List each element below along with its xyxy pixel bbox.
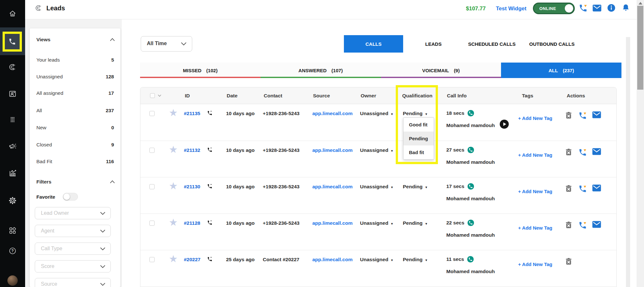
user-avatar[interactable] xyxy=(7,275,18,286)
owner-dropdown[interactable]: Unassigned▾ xyxy=(360,257,393,262)
contacts-icon[interactable] xyxy=(8,90,17,98)
contact-number[interactable]: Contact #20227 xyxy=(263,257,299,262)
filter-dropdown-agent[interactable]: Agent xyxy=(35,225,111,237)
tab-calls[interactable]: CALLS xyxy=(344,35,403,53)
row-checkbox[interactable] xyxy=(149,184,155,189)
views-section-title[interactable]: Views xyxy=(36,37,51,43)
tab-outbound-calls[interactable]: OUTBOUND CALLS xyxy=(525,35,579,53)
analytics-icon[interactable] xyxy=(8,169,17,177)
sidebar-view-all-assigned[interactable]: All assigned 17 xyxy=(30,88,120,98)
chevron-down-icon[interactable] xyxy=(158,94,161,97)
account-balance[interactable]: $107.77 xyxy=(466,5,486,12)
dialpad-icon[interactable] xyxy=(8,116,17,124)
col-id[interactable]: ID xyxy=(185,93,190,99)
qualification-dropdown[interactable]: Pending▾ xyxy=(403,184,427,190)
call-back-icon[interactable] xyxy=(578,221,587,229)
scrollbar-thumb[interactable] xyxy=(637,6,643,90)
sidebar-view-all[interactable]: All 237 xyxy=(30,106,120,115)
magnet-leads-icon[interactable] xyxy=(8,63,17,71)
online-status-toggle[interactable]: ONLINE xyxy=(533,3,575,14)
add-new-tag-link[interactable]: + Add New Tag xyxy=(518,262,552,267)
favorite-toggle[interactable] xyxy=(63,193,78,201)
sidebar-view-unassigned[interactable]: Unassigned 128 xyxy=(30,72,120,82)
megaphone-icon[interactable] xyxy=(8,142,17,150)
filters-collapse-chevron-up-icon[interactable] xyxy=(110,180,115,183)
col-actions[interactable]: Actions xyxy=(567,93,585,99)
filter-dropdown-score[interactable]: Score xyxy=(35,260,111,272)
delete-icon[interactable] xyxy=(564,148,573,156)
qualification-option-bad-fit[interactable]: Bad fit xyxy=(403,145,434,159)
source-link[interactable]: app.limecall.com xyxy=(312,147,353,153)
apps-icon[interactable] xyxy=(8,226,17,235)
delete-icon[interactable] xyxy=(564,111,573,120)
delete-icon[interactable] xyxy=(564,221,573,229)
filters-section-title[interactable]: Filters xyxy=(36,179,52,185)
call-icon[interactable] xyxy=(579,4,588,13)
call-back-icon[interactable] xyxy=(578,111,587,120)
send-email-icon[interactable] xyxy=(592,111,601,120)
source-link[interactable]: app.limecall.com xyxy=(312,184,353,190)
favorite-star-icon[interactable]: ★ xyxy=(169,145,177,154)
test-widget-link[interactable]: Test Widget xyxy=(496,5,526,12)
col-qualification[interactable]: Qualification xyxy=(402,93,432,99)
home-icon[interactable] xyxy=(8,9,17,18)
tab-leads[interactable]: LEADS xyxy=(414,35,453,53)
call-back-icon[interactable] xyxy=(578,184,587,193)
send-email-icon[interactable] xyxy=(592,148,601,156)
filter-dropdown-call-type[interactable]: Call Type xyxy=(35,242,111,255)
row-checkbox[interactable] xyxy=(149,257,155,262)
subtab-answered[interactable]: ANSWERED (107) xyxy=(260,63,381,78)
settings-gear-icon[interactable] xyxy=(8,196,17,205)
add-new-tag-link[interactable]: + Add New Tag xyxy=(518,115,552,121)
favorite-star-icon[interactable]: ★ xyxy=(169,181,177,191)
filter-dropdown-source[interactable]: Source xyxy=(35,278,111,287)
owner-dropdown[interactable]: Unassigned▾ xyxy=(360,111,393,116)
filter-dropdown-lead-owner[interactable]: Lead Owner xyxy=(35,207,111,219)
row-checkbox[interactable] xyxy=(149,148,155,153)
add-new-tag-link[interactable]: + Add New Tag xyxy=(518,189,552,194)
scroll-up-arrow-icon[interactable] xyxy=(639,2,642,5)
row-checkbox[interactable] xyxy=(149,111,155,116)
owner-dropdown[interactable]: Unassigned▾ xyxy=(360,220,393,226)
col-source[interactable]: Source xyxy=(313,93,330,99)
source-link[interactable]: app.limecall.com xyxy=(312,111,353,116)
contact-number[interactable]: +1928-236-5243 xyxy=(263,147,299,153)
subtab-missed[interactable]: MISSED (102) xyxy=(140,63,260,78)
qualification-dropdown[interactable]: Pending▾ xyxy=(403,257,427,262)
subtab-all[interactable]: ALL (237) xyxy=(501,63,621,78)
add-new-tag-link[interactable]: + Add New Tag xyxy=(518,225,552,231)
tab-scheduled-calls[interactable]: SCHEDULED CALLS xyxy=(464,35,520,53)
qualification-dropdown[interactable]: Pending▾ xyxy=(403,220,427,226)
qualification-dropdown[interactable]: Pending▾ xyxy=(403,111,427,116)
favorite-star-icon[interactable]: ★ xyxy=(169,254,177,264)
calls-nav-phone-icon[interactable] xyxy=(8,38,16,45)
views-collapse-chevron-up-icon[interactable] xyxy=(110,38,115,41)
lead-id-link[interactable]: #21135 xyxy=(184,111,200,116)
owner-dropdown[interactable]: Unassigned▾ xyxy=(360,147,393,153)
mail-icon[interactable] xyxy=(592,5,601,14)
sidebar-view-closed[interactable]: Closed 9 xyxy=(30,140,120,150)
send-email-icon[interactable] xyxy=(592,221,601,229)
col-contact[interactable]: Contact xyxy=(264,93,282,99)
lead-id-link[interactable]: #20227 xyxy=(184,257,201,262)
lead-id-link[interactable]: #21128 xyxy=(184,220,200,226)
col-tags[interactable]: Tags xyxy=(522,93,533,99)
lead-id-link[interactable]: #21132 xyxy=(184,147,200,153)
qualification-option-pending[interactable]: Pending xyxy=(403,132,434,145)
help-icon[interactable]: ? xyxy=(8,247,17,255)
sidebar-view-new[interactable]: New 0 xyxy=(30,123,120,133)
notifications-bell-icon[interactable] xyxy=(621,4,630,13)
send-email-icon[interactable] xyxy=(592,184,601,193)
col-call-info[interactable]: Call Info xyxy=(447,93,467,99)
sidebar-view-your-leads[interactable]: Your leads 5 xyxy=(30,55,120,65)
col-date[interactable]: Date xyxy=(227,93,238,99)
col-owner[interactable]: Owner xyxy=(361,93,376,99)
sidebar-view-bad-fit[interactable]: Bad Fit 116 xyxy=(30,157,120,166)
time-filter-dropdown[interactable]: All Time xyxy=(141,36,192,52)
inner-scroll-strip[interactable] xyxy=(626,37,630,287)
favorite-star-icon[interactable]: ★ xyxy=(169,218,177,227)
browser-scrollbar[interactable] xyxy=(637,0,644,287)
row-checkbox[interactable] xyxy=(149,221,155,226)
select-all-checkbox[interactable] xyxy=(150,93,155,98)
contact-number[interactable]: +1928-236-5243 xyxy=(263,184,299,190)
